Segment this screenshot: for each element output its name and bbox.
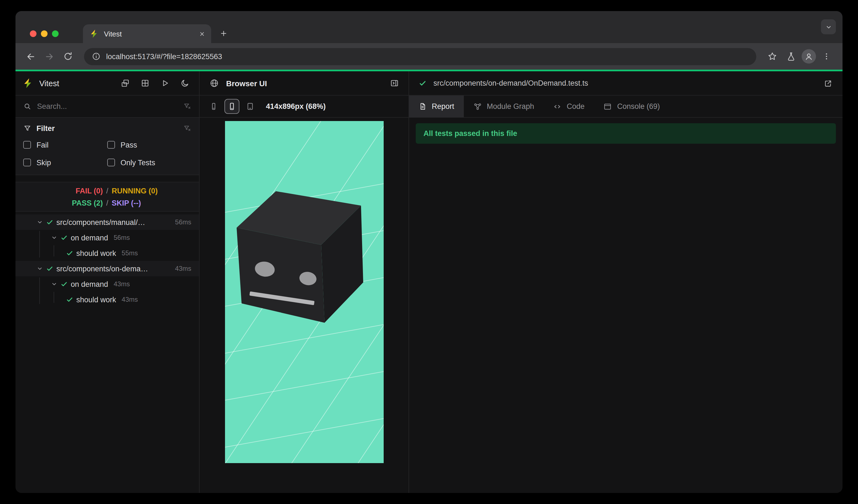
test-file-row[interactable]: src/components/on-dema… 43ms [15, 261, 199, 276]
tab-module-graph[interactable]: Module Graph [463, 96, 543, 117]
checkbox-label: Fail [36, 141, 49, 149]
open-external-icon[interactable] [822, 77, 835, 90]
test-case-row[interactable]: should work 43ms [15, 292, 199, 307]
test-suite-name: on demand [71, 280, 108, 288]
tab-label: Console (69) [617, 102, 660, 111]
tab-report[interactable]: Report [409, 96, 463, 117]
new-tab-icon[interactable] [217, 27, 230, 40]
vitest-favicon [90, 29, 99, 38]
check-icon [59, 280, 70, 288]
window-controls [30, 24, 59, 43]
minimize-window-button[interactable] [41, 30, 48, 37]
checkbox[interactable] [107, 159, 115, 166]
filter-funnel-icon [23, 124, 32, 133]
pass-count: PASS (2) [15, 199, 103, 207]
test-suite-row[interactable]: on demand 56ms [15, 230, 199, 245]
filter-option-only-tests[interactable]: Only Tests [107, 155, 191, 170]
checkbox[interactable] [23, 141, 31, 149]
test-case-name: should work [76, 249, 116, 257]
filter-panel: Filter Fail Pass [15, 118, 199, 175]
tab-code[interactable]: Code [543, 96, 594, 117]
chevron-down-icon[interactable] [35, 219, 44, 226]
checkbox-label: Only Tests [121, 158, 155, 167]
filter-clear-icon[interactable] [183, 124, 191, 133]
filter-option-pass[interactable]: Pass [107, 137, 191, 152]
filter-options: Fail Pass Skip Only Tests [15, 136, 199, 170]
tab-search-icon[interactable] [821, 19, 836, 34]
check-icon [417, 79, 428, 87]
test-duration: 43ms [114, 280, 130, 288]
test-duration: 55ms [122, 249, 138, 257]
test-summary: FAIL (0) / RUNNING (0) PASS (2) / SKIP (… [15, 182, 199, 212]
profile-avatar[interactable] [801, 49, 816, 64]
overlap-windows-icon[interactable] [118, 77, 131, 90]
browser-window: Vitest [15, 11, 843, 493]
url-text: localhost:5173/#/?file=1828625563 [106, 52, 222, 61]
tab-console[interactable]: Console (69) [594, 96, 669, 117]
test-children: on demand 56ms should work 55ms [15, 230, 199, 261]
rerun-all-icon[interactable] [158, 77, 171, 90]
separator: / [103, 199, 112, 207]
back-icon[interactable] [22, 48, 39, 65]
test-children: on demand 43ms should work 43ms [15, 276, 199, 307]
tested-app-viewport[interactable] [225, 121, 383, 463]
search-row [15, 96, 199, 118]
dashboard-grid-icon[interactable] [138, 77, 152, 90]
test-suite-row[interactable]: on demand 43ms [15, 276, 199, 292]
device-phone-button[interactable] [224, 99, 239, 114]
robot-cube [236, 191, 363, 323]
chevron-down-icon[interactable] [50, 281, 59, 287]
dark-mode-moon-icon[interactable] [178, 77, 191, 90]
checkbox[interactable] [23, 159, 31, 166]
filter-clear-icon[interactable] [183, 102, 191, 111]
filter-option-skip[interactable]: Skip [23, 155, 107, 170]
tab-close-icon[interactable] [197, 29, 207, 39]
test-case-row[interactable]: should work 55ms [15, 245, 199, 261]
test-tree: src/components/manual/… 56ms [15, 212, 199, 307]
screen: Vitest [0, 0, 858, 504]
reload-icon[interactable] [60, 48, 76, 65]
test-file-row[interactable]: src/components/manual/… 56ms [15, 214, 199, 230]
tab-strip: Vitest [15, 11, 843, 43]
navigation-bar: localhost:5173/#/?file=1828625563 [15, 43, 843, 70]
viewport-size-label: 414x896px (68%) [266, 102, 325, 111]
menu-kebab-icon[interactable] [818, 48, 835, 65]
zoom-window-button[interactable] [52, 30, 59, 37]
browser-tab[interactable]: Vitest [83, 24, 211, 43]
check-icon [64, 249, 75, 257]
site-info-icon[interactable] [92, 52, 101, 61]
filter-option-fail[interactable]: Fail [23, 137, 107, 152]
forward-icon[interactable] [41, 48, 58, 65]
separator: / [103, 186, 112, 195]
chevron-down-icon[interactable] [35, 265, 44, 272]
threejs-scene [225, 121, 383, 463]
expand-panel-icon[interactable] [387, 77, 401, 90]
test-duration: 43ms [122, 296, 138, 304]
report-tabs: Report Module Graph Code Console (69) [409, 96, 843, 118]
globe-icon [207, 77, 221, 90]
url-bar[interactable]: localhost:5173/#/?file=1828625563 [84, 48, 756, 65]
device-tablet-button[interactable] [243, 99, 258, 114]
sidebar-header: Vitest [15, 71, 199, 96]
tab-label: Code [567, 102, 585, 111]
report-icon [418, 102, 427, 111]
search-input[interactable] [37, 102, 177, 111]
chevron-down-icon[interactable] [50, 234, 59, 241]
viewport-area [200, 118, 409, 493]
test-suite-name: on demand [71, 233, 108, 242]
report-header: src/components/on-demand/OnDemand.test.t… [409, 71, 843, 96]
bookmark-star-icon[interactable] [764, 48, 781, 65]
browser-ui-header: Browser UI [200, 71, 409, 96]
browser-ui-panel: Browser UI 414x896px [200, 71, 409, 493]
check-icon [44, 218, 55, 226]
checkbox[interactable] [107, 141, 115, 149]
filter-title: Filter [36, 124, 178, 133]
report-content: All tests passed in this file [409, 118, 843, 149]
test-file-group: src/components/manual/… 56ms [15, 214, 199, 261]
close-window-button[interactable] [30, 30, 36, 37]
device-phone-small-button[interactable] [206, 99, 221, 114]
test-case-name: should work [76, 295, 116, 304]
test-file-name: src/components/on-dema… [57, 264, 148, 273]
console-icon [603, 102, 612, 111]
experiments-flask-icon[interactable] [783, 48, 799, 65]
